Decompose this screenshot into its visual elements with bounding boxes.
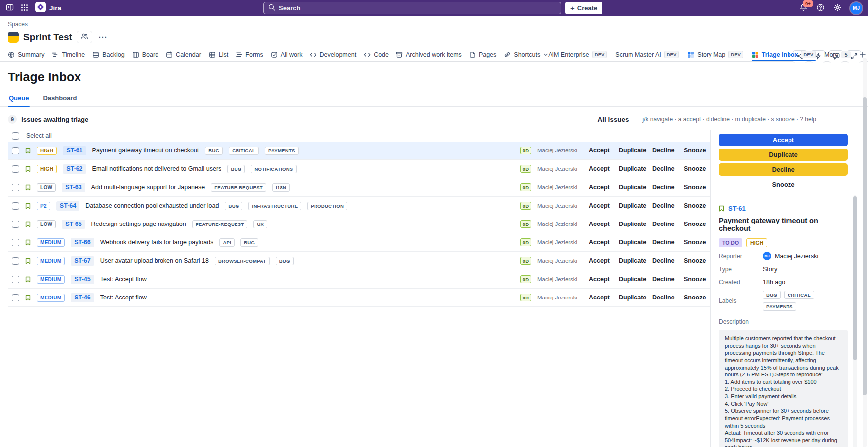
panel-snooze-button[interactable]: Snooze: [719, 178, 848, 190]
project-tab-aim-enterprise[interactable]: AIM EnterpriseDEV: [548, 48, 607, 61]
row-action-snooze[interactable]: Snooze: [684, 202, 707, 209]
project-tab-all-work[interactable]: All work: [271, 48, 303, 61]
project-tab-board[interactable]: Board: [132, 48, 158, 61]
issue-row-st-45[interactable]: MEDIUMST-45Test: Accept flow0DMaciej Jez…: [8, 270, 710, 289]
project-more-button[interactable]: ···: [97, 33, 110, 41]
row-action-duplicate[interactable]: Duplicate: [619, 294, 646, 301]
project-tab-development[interactable]: Development: [310, 48, 356, 61]
issue-key-link[interactable]: ST-66: [71, 238, 94, 247]
page-scrollbar[interactable]: [863, 58, 867, 447]
project-tab-forms[interactable]: Forms: [236, 48, 263, 61]
issue-row-st-64[interactable]: P2ST-64Database connection pool exhauste…: [8, 197, 710, 215]
row-action-accept[interactable]: Accept: [589, 239, 613, 246]
row-action-decline[interactable]: Decline: [652, 184, 678, 191]
row-checkbox[interactable]: [12, 202, 19, 210]
project-tab-archived-work-items[interactable]: Archived work items: [396, 48, 462, 61]
detail-issue-key-link[interactable]: ST-61: [728, 205, 746, 212]
project-tab-more[interactable]: More5: [824, 48, 851, 61]
panel-duplicate-button[interactable]: Duplicate: [719, 149, 848, 161]
row-action-accept[interactable]: Accept: [589, 294, 613, 301]
user-avatar[interactable]: MJ: [850, 2, 862, 14]
project-tab-code[interactable]: Code: [364, 48, 389, 61]
row-action-snooze[interactable]: Snooze: [684, 257, 707, 264]
panel-scrollbar[interactable]: [853, 195, 857, 447]
issue-key-link[interactable]: ST-64: [56, 201, 79, 211]
row-action-snooze[interactable]: Snooze: [684, 294, 707, 301]
issue-row-st-67[interactable]: MEDIUMST-67User avatar upload broken on …: [8, 252, 710, 270]
row-action-accept[interactable]: Accept: [589, 184, 613, 191]
project-tab-backlog[interactable]: Backlog: [92, 48, 124, 61]
issue-row-st-62[interactable]: HIGHST-62Email notifications not deliver…: [8, 160, 710, 178]
issue-key-link[interactable]: ST-63: [62, 183, 85, 192]
select-all-checkbox[interactable]: [12, 132, 19, 140]
row-checkbox[interactable]: [12, 239, 19, 246]
issue-key-link[interactable]: ST-45: [71, 275, 94, 284]
panel-accept-button[interactable]: Accept: [719, 134, 848, 146]
issue-row-st-65[interactable]: LOWST-65Redesign settings page navigatio…: [8, 215, 710, 233]
row-action-duplicate[interactable]: Duplicate: [619, 221, 646, 227]
row-action-accept[interactable]: Accept: [589, 202, 613, 209]
project-tab-shortcuts[interactable]: Shortcuts: [504, 48, 548, 61]
project-tab-timeline[interactable]: Timeline: [52, 48, 85, 61]
row-action-accept[interactable]: Accept: [589, 221, 613, 227]
row-action-accept[interactable]: Accept: [589, 257, 613, 264]
issue-key-link[interactable]: ST-65: [62, 220, 85, 229]
project-tab-story-map[interactable]: Story MapDEV: [687, 48, 743, 61]
settings-button[interactable]: [833, 3, 842, 13]
project-tab-scrum-master-ai[interactable]: Scrum Master AIDEV: [615, 48, 679, 61]
row-action-decline[interactable]: Decline: [652, 239, 678, 246]
issue-key-link[interactable]: ST-67: [71, 256, 94, 266]
row-action-decline[interactable]: Decline: [652, 276, 678, 283]
row-action-accept[interactable]: Accept: [589, 147, 613, 154]
members-button[interactable]: [77, 31, 92, 43]
row-action-duplicate[interactable]: Duplicate: [619, 184, 646, 191]
project-tab-summary[interactable]: Summary: [8, 48, 44, 61]
row-checkbox[interactable]: [12, 294, 19, 301]
row-action-accept[interactable]: Accept: [589, 276, 613, 283]
row-action-duplicate[interactable]: Duplicate: [619, 165, 646, 172]
project-tab-triage-inbox[interactable]: Triage InboxDEV: [752, 48, 816, 61]
sidebar-toggle-button[interactable]: [6, 3, 14, 13]
global-search-box[interactable]: [263, 2, 561, 14]
row-action-accept[interactable]: Accept: [589, 165, 613, 172]
project-tab-calendar[interactable]: Calendar: [166, 48, 201, 61]
row-action-decline[interactable]: Decline: [652, 165, 678, 172]
row-action-decline[interactable]: Decline: [652, 221, 678, 227]
row-action-snooze[interactable]: Snooze: [684, 184, 707, 191]
app-switcher-button[interactable]: [21, 4, 28, 13]
row-checkbox[interactable]: [12, 276, 19, 283]
issue-row-st-66[interactable]: MEDIUMST-66Webhook delivery fails for la…: [8, 233, 710, 252]
row-checkbox[interactable]: [12, 221, 19, 228]
issue-key-link[interactable]: ST-46: [71, 293, 94, 302]
tab-dashboard[interactable]: Dashboard: [42, 91, 78, 106]
issue-row-st-46[interactable]: MEDIUMST-46Test: Accept flow0DMaciej Jez…: [8, 289, 710, 307]
issue-key-link[interactable]: ST-62: [63, 164, 86, 174]
row-action-decline[interactable]: Decline: [652, 294, 678, 301]
panel-decline-button[interactable]: Decline: [719, 163, 848, 176]
row-checkbox[interactable]: [12, 147, 19, 154]
row-action-duplicate[interactable]: Duplicate: [619, 202, 646, 209]
row-action-snooze[interactable]: Snooze: [684, 276, 707, 283]
row-action-duplicate[interactable]: Duplicate: [619, 147, 646, 154]
search-input[interactable]: [279, 4, 556, 12]
project-tab-list[interactable]: List: [209, 48, 228, 61]
row-action-snooze[interactable]: Snooze: [684, 165, 707, 172]
row-action-decline[interactable]: Decline: [652, 257, 678, 264]
row-checkbox[interactable]: [12, 257, 19, 265]
issue-key-link[interactable]: ST-61: [63, 146, 86, 155]
create-button[interactable]: + Create: [565, 2, 602, 14]
issue-row-st-63[interactable]: LOWST-63Add multi-language support for J…: [8, 178, 710, 197]
row-action-decline[interactable]: Decline: [652, 202, 678, 209]
row-action-snooze[interactable]: Snooze: [684, 221, 707, 227]
tab-queue[interactable]: Queue: [8, 91, 30, 106]
help-button[interactable]: [816, 3, 825, 13]
jira-home-link[interactable]: Jira: [35, 2, 61, 14]
row-action-duplicate[interactable]: Duplicate: [619, 239, 646, 246]
all-issues-filter[interactable]: All issues: [597, 116, 629, 123]
row-action-duplicate[interactable]: Duplicate: [619, 257, 646, 264]
row-checkbox[interactable]: [12, 165, 19, 173]
project-tab-pages[interactable]: Pages: [469, 48, 496, 61]
row-action-decline[interactable]: Decline: [652, 147, 678, 154]
row-checkbox[interactable]: [12, 184, 19, 191]
issue-row-st-61[interactable]: HIGHST-61Payment gateway timeout on chec…: [8, 142, 710, 160]
